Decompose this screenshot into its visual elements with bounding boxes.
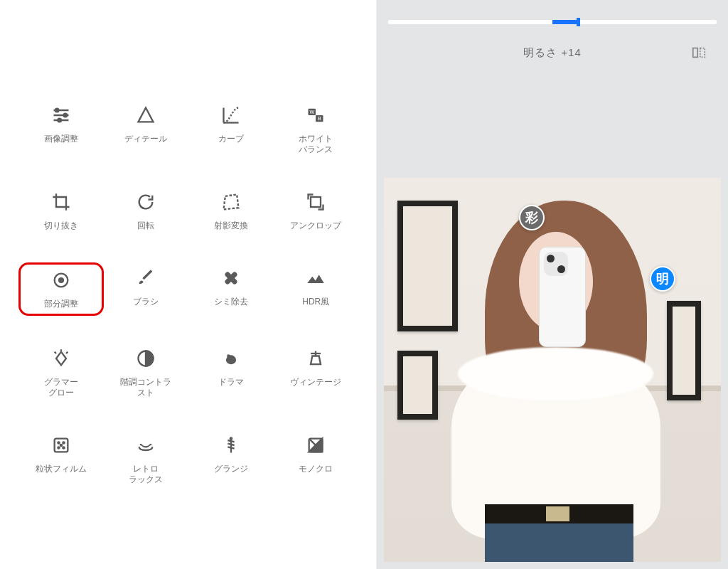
retrolux-icon [134, 434, 157, 457]
svg-text:B: B [318, 116, 321, 121]
preview-scene [384, 178, 721, 562]
slider-thumb[interactable] [577, 18, 580, 26]
adjust-slider[interactable]: 明るさ +14 [377, 0, 728, 61]
app-root: 画像調整 ディテール カーブ WB ホワイト バランス [0, 0, 728, 569]
tool-label: 切り抜き [44, 220, 78, 231]
tool-label: 部分調整 [44, 299, 78, 309]
svg-point-16 [63, 442, 64, 443]
tool-label: レトロ ラックス [129, 464, 163, 485]
tool-label: 粒状フィルム [36, 464, 87, 474]
tool-label: グラマー グロー [44, 377, 78, 398]
tool-white-balance[interactable]: WB ホワイト バランス [274, 100, 359, 159]
tool-grid: 画像調整 ディテール カーブ WB ホワイト バランス [14, 100, 363, 489]
tool-label: シミ除去 [214, 297, 248, 307]
tool-label: グランジ [214, 464, 248, 474]
svg-point-19 [60, 445, 62, 446]
svg-rect-7 [311, 197, 321, 207]
hdr-icon [304, 267, 327, 289]
svg-point-18 [63, 447, 64, 448]
svg-text:W: W [310, 110, 315, 115]
tool-label: ブラシ [133, 297, 159, 307]
tool-label: 回転 [137, 220, 154, 231]
compare-button[interactable] [690, 44, 708, 61]
details-icon [134, 104, 157, 127]
tool-expand[interactable]: アンクロップ [274, 186, 359, 235]
tool-rotate[interactable]: 回転 [104, 186, 189, 235]
tool-label: ドラマ [218, 377, 244, 388]
svg-rect-22 [693, 48, 697, 58]
tool-bw[interactable]: モノクロ [274, 430, 359, 489]
glamour-glow-icon [50, 347, 73, 370]
svg-rect-23 [700, 48, 705, 58]
slider-fill [552, 20, 577, 24]
svg-point-9 [59, 278, 63, 282]
editor-panel: 明るさ +14 [377, 0, 728, 569]
grainy-film-icon [50, 434, 73, 457]
tool-details[interactable]: ディテール [104, 100, 189, 159]
svg-point-17 [58, 447, 59, 448]
tool-label: ヴィンテージ [290, 377, 341, 388]
tool-perspective[interactable]: 射影変換 [188, 186, 274, 235]
tool-label: ディテール [124, 134, 167, 144]
control-point-glyph: 明 [656, 270, 669, 287]
selective-icon [50, 269, 73, 292]
tool-brush[interactable]: ブラシ [104, 262, 189, 316]
tool-curves[interactable]: カーブ [188, 100, 274, 159]
slider-value-label: 明るさ +14 [523, 46, 582, 60]
svg-point-1 [63, 114, 67, 117]
rotate-icon [134, 191, 157, 213]
svg-point-0 [55, 109, 59, 112]
control-point-saturation[interactable]: 彩 [519, 205, 545, 230]
tool-label: 射影変換 [214, 220, 248, 231]
svg-point-15 [58, 442, 59, 443]
svg-point-2 [58, 119, 61, 122]
image-preview[interactable]: 彩 明 [384, 178, 721, 562]
tool-label: カーブ [218, 134, 244, 144]
tool-hdr[interactable]: HDR風 [274, 262, 359, 316]
tool-grainy-film[interactable]: 粒状フィルム [18, 430, 104, 489]
healing-icon [220, 267, 242, 289]
svg-point-20 [230, 438, 232, 440]
drama-icon [220, 347, 242, 370]
tool-crop[interactable]: 切り抜き [18, 186, 104, 235]
slider-track[interactable] [388, 20, 717, 24]
compare-icon [691, 45, 707, 60]
tool-label: アンクロップ [290, 220, 341, 231]
tool-retrolux[interactable]: レトロ ラックス [104, 430, 189, 489]
tool-glamour-glow[interactable]: グラマー グロー [18, 343, 104, 403]
tool-drama[interactable]: ドラマ [188, 343, 274, 403]
tool-grunge[interactable]: グランジ [188, 430, 274, 489]
tool-selective[interactable]: 部分調整 [18, 262, 104, 316]
tool-healing[interactable]: シミ除去 [188, 262, 274, 316]
brush-icon [134, 267, 157, 289]
bw-icon [304, 434, 327, 457]
vintage-icon [304, 347, 327, 370]
white-balance-icon: WB [304, 104, 327, 127]
tool-tune[interactable]: 画像調整 [18, 100, 104, 159]
tool-label: 階調コントラ スト [120, 377, 171, 398]
tool-tonal-contrast[interactable]: 階調コントラ スト [104, 343, 189, 403]
tonal-contrast-icon [134, 347, 157, 370]
tool-vintage[interactable]: ヴィンテージ [274, 343, 359, 403]
control-point-glyph: 彩 [525, 209, 538, 226]
tool-label: 画像調整 [44, 134, 78, 144]
curves-icon [220, 104, 242, 127]
grunge-icon [220, 434, 242, 457]
tool-label: モノクロ [299, 464, 333, 474]
perspective-icon [220, 191, 242, 213]
crop-icon [50, 191, 73, 213]
tool-label: ホワイト バランス [299, 134, 333, 155]
svg-point-13 [227, 354, 230, 358]
tools-panel: 画像調整 ディテール カーブ WB ホワイト バランス [0, 0, 377, 569]
expand-icon [304, 191, 327, 213]
tool-label: HDR風 [302, 297, 329, 307]
tune-icon [50, 104, 73, 127]
